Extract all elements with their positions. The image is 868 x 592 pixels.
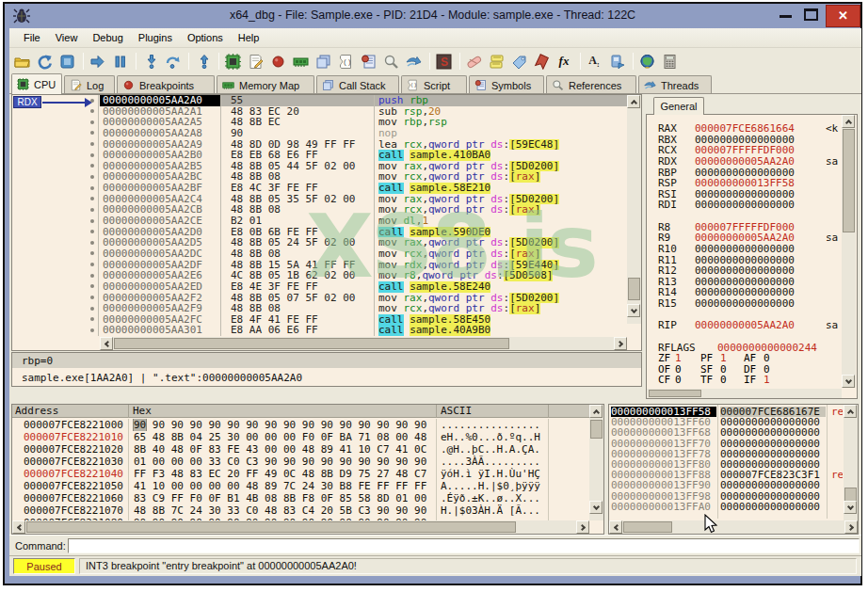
- register-row-r11[interactable]: R110000000000000000: [647, 255, 840, 266]
- breakpoint-dot-icon[interactable]: [90, 274, 94, 278]
- label-button[interactable]: [510, 53, 527, 70]
- stack-row[interactable]: 000000000013FF600000000000000000: [609, 417, 843, 427]
- stack-row[interactable]: 000000000013FF680000000000000000: [609, 427, 843, 438]
- tab-general[interactable]: General: [653, 97, 704, 115]
- breakpoint-dot-icon[interactable]: [90, 296, 94, 299]
- disasm-row[interactable]: 00000000005AA2A148 83 EC 20sub rsp,20: [100, 106, 627, 118]
- disasm-row[interactable]: 00000000005AA2BC48 8B 08mov rcx,qword pt…: [100, 171, 627, 183]
- scroll-up-icon[interactable]: [842, 115, 855, 128]
- menu-help[interactable]: Help: [231, 29, 267, 46]
- dump-row[interactable]: 000007FCE82210208B 40 48 0F 83 FE 43 00 …: [12, 443, 589, 456]
- breakpoint-dot-icon[interactable]: [90, 208, 94, 212]
- disasm-row[interactable]: 00000000005AA2E64C 8B 05 1B 62 02 00mov …: [100, 270, 627, 281]
- register-row-rbp[interactable]: RBP0000000000000000: [647, 168, 840, 179]
- dump-row[interactable]: 000007FCE822107048 8B 7C 24 30 33 C0 48 …: [12, 504, 589, 517]
- scroll-left-icon[interactable]: [100, 337, 113, 350]
- function-button[interactable]: fx: [555, 53, 572, 70]
- symbols-button[interactable]: [360, 53, 377, 70]
- menu-options[interactable]: Options: [180, 29, 231, 46]
- assemble-font-button[interactable]: A:: [586, 53, 603, 70]
- script-button[interactable]: ( ): [337, 53, 354, 70]
- breakpoints-button[interactable]: [269, 53, 286, 70]
- calculator-button[interactable]: [661, 53, 678, 70]
- patch-button[interactable]: [465, 53, 482, 70]
- tab-memory-map[interactable]: Memory Map: [217, 75, 314, 94]
- stack-row[interactable]: 000000000013FF900000000000000000: [609, 480, 843, 490]
- disasm-row[interactable]: 00000000005AA2A055push rbp: [100, 95, 627, 106]
- open-folder-button[interactable]: [13, 53, 30, 70]
- register-row-rbx[interactable]: RBX0000000000000000: [647, 135, 840, 146]
- scroll-thumb[interactable]: [114, 338, 509, 349]
- scroll-thumb[interactable]: [649, 390, 701, 397]
- close-button[interactable]: ✕: [826, 5, 860, 27]
- disasm-row[interactable]: 00000000005AA2DC48 8B 08mov rcx,qword pt…: [100, 248, 627, 260]
- scroll-down-icon[interactable]: [842, 375, 855, 388]
- disasm-row[interactable]: 00000000005AA2DF48 8B 15 5A 41 FF FFmov …: [100, 260, 627, 271]
- pause-button[interactable]: [111, 53, 128, 70]
- disasm-row[interactable]: 00000000005AA2A948 8D 0D 98 49 FF FFlea …: [100, 139, 627, 151]
- tab-log[interactable]: Log: [64, 75, 115, 94]
- breakpoint-dot-icon[interactable]: [90, 186, 94, 190]
- scroll-left-icon[interactable]: [609, 520, 622, 534]
- dump-row[interactable]: 000007FCE822106083 C9 FF F0 0F B1 4B 08 …: [12, 492, 589, 504]
- breakpoint-dot-icon[interactable]: [90, 197, 94, 200]
- breakpoint-dot-icon[interactable]: [90, 284, 94, 288]
- maximize-button[interactable]: [804, 8, 818, 21]
- disassembly-hscrollbar[interactable]: [100, 337, 627, 350]
- dump-rows[interactable]: 000007FCE822100090 90 90 90 90 90 90 90 …: [12, 419, 589, 520]
- scroll-right-icon[interactable]: [844, 520, 858, 534]
- scroll-left-icon[interactable]: [12, 520, 25, 534]
- breakpoint-dot-icon[interactable]: [90, 307, 94, 311]
- breakpoint-dot-icon[interactable]: [90, 230, 94, 233]
- dump-row[interactable]: 000007FCE822105041 10 00 00 00 00 48 89 …: [12, 480, 589, 492]
- step-out-button[interactable]: [194, 53, 211, 70]
- breakpoint-dot-icon[interactable]: [90, 251, 94, 255]
- tab-breakpoints[interactable]: Breakpoints: [117, 75, 215, 94]
- disasm-row[interactable]: 00000000005AA2C448 8B 05 35 5F 02 00mov …: [100, 194, 627, 205]
- stack-row[interactable]: 000000000013FF980000000000000000: [609, 491, 843, 502]
- title-bar[interactable]: x64_dbg - File: Sample.exe - PID: 21D4 -…: [5, 4, 860, 28]
- breakpoint-dot-icon[interactable]: [90, 175, 94, 179]
- disasm-row[interactable]: 00000000005AA2F248 8B 05 07 5F 02 00mov …: [100, 293, 627, 304]
- disassembly-rows[interactable]: 00000000005AA2A055push rbp00000000005AA2…: [100, 95, 627, 337]
- restart-button[interactable]: [36, 53, 53, 70]
- tab-script[interactable]: ( )Script: [401, 75, 467, 94]
- breakpoint-dot-icon[interactable]: [90, 142, 94, 146]
- dump-row[interactable]: 000007FCE822100090 90 90 90 90 90 90 90 …: [12, 419, 589, 431]
- disasm-row[interactable]: 00000000005AA2BFE8 4C 3F FE FFcall sampl…: [100, 183, 627, 194]
- scroll-right-icon[interactable]: [614, 337, 627, 350]
- register-row-rax[interactable]: RAX000007FCE6861664<k: [647, 123, 840, 135]
- breakpoint-dot-icon[interactable]: [90, 328, 94, 332]
- breakpoint-dot-icon[interactable]: [90, 241, 94, 245]
- menu-view[interactable]: View: [48, 29, 86, 46]
- disasm-row[interactable]: 00000000005AA2CB48 8B 08mov rcx,qword pt…: [100, 204, 627, 216]
- scroll-thumb[interactable]: [623, 521, 672, 533]
- call-stack-button[interactable]: [314, 53, 331, 70]
- close-debuggee-button[interactable]: [58, 53, 75, 70]
- log-button[interactable]: [247, 53, 264, 70]
- breakpoint-dot-icon[interactable]: [90, 164, 94, 168]
- topmost-button[interactable]: [608, 53, 625, 70]
- disasm-row[interactable]: 00000000005AA2A890nop: [100, 128, 627, 139]
- disassembly-vscrollbar[interactable]: [627, 95, 641, 324]
- register-row-r14[interactable]: R140000000000000000: [647, 287, 840, 298]
- stack-row[interactable]: 000000000013FF700000000000000000: [609, 439, 843, 449]
- breakpoint-dot-icon[interactable]: [90, 263, 94, 266]
- register-row-rdx[interactable]: RDX00000000005AA2A0sa: [647, 156, 840, 168]
- scroll-up-icon[interactable]: [589, 405, 603, 418]
- breakpoint-dot-icon[interactable]: [90, 317, 94, 321]
- menu-file[interactable]: File: [16, 29, 48, 46]
- flags-row[interactable]: OF0SF0DF0: [647, 364, 840, 376]
- scroll-thumb[interactable]: [628, 278, 640, 300]
- disasm-row[interactable]: 00000000005AA2CEB2 01mov dl,1: [100, 216, 627, 227]
- scroll-down-icon[interactable]: [844, 501, 857, 514]
- stack-row[interactable]: 000000000013FF800000000000000000: [609, 459, 843, 470]
- dump-row[interactable]: 000007FCE822103001 00 00 00 33 C0 C3 90 …: [12, 456, 589, 468]
- bookmark-button[interactable]: [533, 53, 550, 70]
- minimize-button[interactable]: [780, 15, 792, 18]
- register-row-r13[interactable]: R130000000000000000: [647, 277, 840, 288]
- disassembly-pane[interactable]: RDX 00000000005AA2A055push rbp0000000000…: [11, 94, 642, 351]
- stack-row[interactable]: 000000000013FF780000000000000000: [609, 449, 843, 459]
- threads-button[interactable]: [405, 53, 422, 70]
- breakpoint-dot-icon[interactable]: [90, 99, 94, 103]
